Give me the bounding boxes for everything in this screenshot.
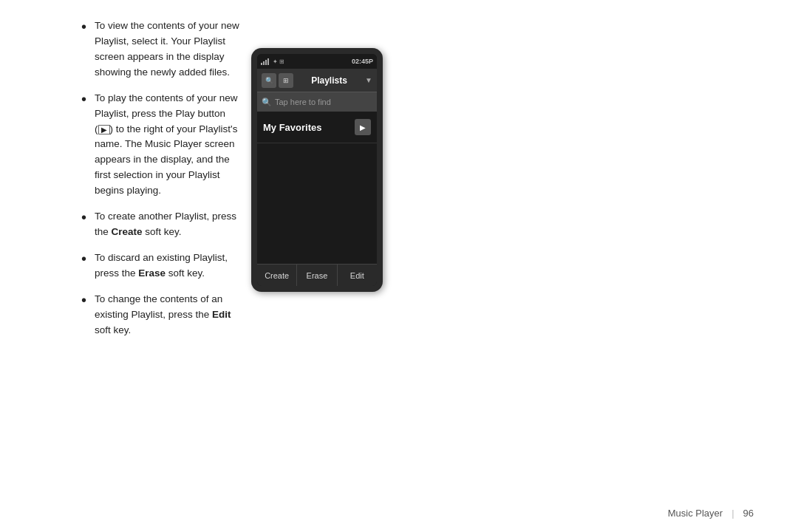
edit-label: Edit <box>350 271 364 280</box>
create-soft-key[interactable]: Create <box>257 265 297 286</box>
dropdown-arrow[interactable]: ▼ <box>365 76 372 84</box>
status-left: ✦ ⊞ <box>261 58 284 65</box>
signal-bars <box>261 58 269 65</box>
bullet-dot-3: • <box>81 210 95 225</box>
bullet-dot-4: • <box>81 251 95 266</box>
search-icon-btn[interactable]: 🔍 <box>262 73 276 88</box>
playlist-name: My Favorites <box>263 122 321 133</box>
status-bar: ✦ ⊞ 02:45P <box>257 54 377 69</box>
edit-keyword: Edit <box>212 309 231 320</box>
top-bar-icons: 🔍 ⊞ <box>262 73 293 88</box>
bullet-dot: • <box>81 19 95 34</box>
bullet-text-4: To discard an existing Playlist, press t… <box>95 250 244 282</box>
signal-bar-1 <box>261 63 262 65</box>
search-icon: 🔍 <box>262 98 272 107</box>
empty-content-area <box>257 143 377 264</box>
bullet-item-1: • To view the contents of your new Playl… <box>81 18 244 81</box>
bullet-item-2: • To play the contents of your new Playl… <box>81 91 244 199</box>
bullet-text-1: To view the contents of your new Playlis… <box>95 18 244 81</box>
play-button-symbol: ▶ <box>98 125 110 134</box>
signal-bar-2 <box>263 61 265 65</box>
footer-section-label: Music Player <box>668 508 723 519</box>
bullet-dot-5: • <box>81 293 95 307</box>
bullet-text-5: To change the contents of an existing Pl… <box>95 292 244 338</box>
playlist-play-button[interactable]: ▶ <box>355 119 371 135</box>
playlist-row[interactable]: My Favorites ▶ <box>257 112 377 143</box>
status-time: 02:45P <box>352 58 373 65</box>
erase-soft-key[interactable]: Erase <box>297 265 337 286</box>
phone-mockup: ✦ ⊞ 02:45P 🔍 ⊞ Playlists ▼ 🔍 Tap here to… <box>251 48 383 292</box>
page-number: 96 <box>743 508 754 519</box>
soft-keys-bar: Create Erase Edit <box>257 264 377 286</box>
bullet-item-4: • To discard an existing Playlist, press… <box>81 250 244 282</box>
search-placeholder: Tap here to find <box>275 98 372 106</box>
create-keyword: Create <box>112 226 143 237</box>
create-label: Create <box>265 271 289 280</box>
signal-bar-3 <box>265 60 267 65</box>
search-bar[interactable]: 🔍 Tap here to find <box>257 92 377 112</box>
grid-icon-btn[interactable]: ⊞ <box>279 73 293 88</box>
page-footer: Music Player | 96 <box>668 508 754 519</box>
bullet-item-5: • To change the contents of an existing … <box>81 292 244 338</box>
bullet-text-3: To create another Playlist, press the Cr… <box>95 209 244 240</box>
status-icons: ✦ ⊞ <box>273 58 284 65</box>
bullet-dot-2: • <box>81 92 95 106</box>
instructions-text: • To view the contents of your new Playl… <box>81 18 244 349</box>
bullet-text-2: To play the contents of your new Playlis… <box>95 91 244 199</box>
signal-bar-4 <box>267 58 269 65</box>
top-bar: 🔍 ⊞ Playlists ▼ <box>257 69 377 92</box>
edit-soft-key[interactable]: Edit <box>338 265 377 286</box>
phone-screen: ✦ ⊞ 02:45P 🔍 ⊞ Playlists ▼ 🔍 Tap here to… <box>257 54 377 286</box>
footer-divider: | <box>732 508 734 519</box>
bullet-list: • To view the contents of your new Playl… <box>81 18 244 338</box>
bullet-item-3: • To create another Playlist, press the … <box>81 209 244 240</box>
playlists-label: Playlists <box>296 75 362 86</box>
erase-label: Erase <box>307 271 328 280</box>
erase-keyword: Erase <box>138 267 166 279</box>
